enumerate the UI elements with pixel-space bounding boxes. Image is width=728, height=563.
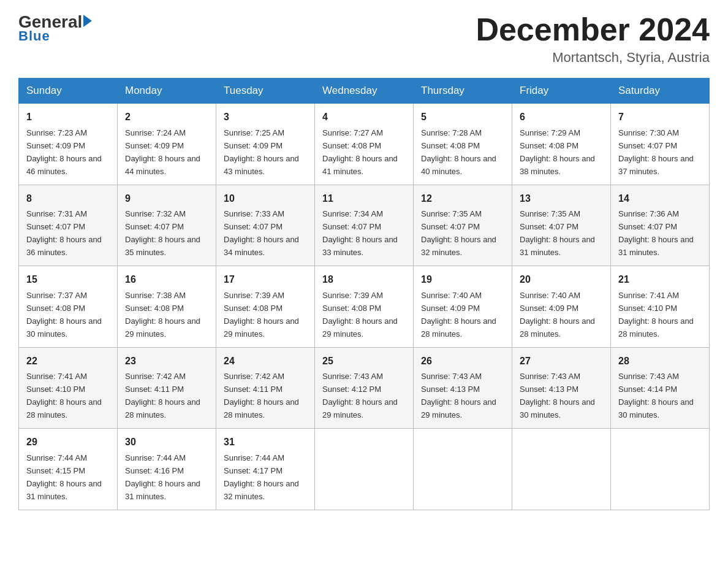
day-cell-21: 21 Sunrise: 7:41 AMSunset: 4:10 PMDaylig…: [611, 266, 710, 347]
day-number: 22: [26, 354, 110, 369]
day-cell-16: 16 Sunrise: 7:38 AMSunset: 4:08 PMDaylig…: [118, 266, 216, 347]
day-info: Sunrise: 7:43 AMSunset: 4:13 PMDaylight:…: [520, 372, 595, 419]
day-info: Sunrise: 7:39 AMSunset: 4:08 PMDaylight:…: [224, 291, 299, 339]
day-cell-9: 9 Sunrise: 7:32 AMSunset: 4:07 PMDayligh…: [118, 185, 216, 266]
day-info: Sunrise: 7:44 AMSunset: 4:17 PMDaylight:…: [224, 453, 299, 501]
day-info: Sunrise: 7:44 AMSunset: 4:16 PMDaylight:…: [125, 453, 200, 501]
day-number: 10: [224, 191, 307, 207]
header-friday: Friday: [512, 79, 611, 104]
title-section: December 2024 Mortantsch, Styria, Austri…: [476, 12, 710, 66]
day-number: 20: [520, 272, 603, 288]
day-number: 4: [322, 110, 406, 125]
day-info: Sunrise: 7:41 AMSunset: 4:10 PMDaylight:…: [618, 291, 694, 339]
empty-cell: [315, 429, 414, 510]
day-number: 2: [125, 110, 208, 125]
calendar-week-3: 15 Sunrise: 7:37 AMSunset: 4:08 PMDaylig…: [19, 266, 710, 347]
logo-arrow-icon: [83, 15, 92, 27]
day-cell-2: 2 Sunrise: 7:24 AMSunset: 4:09 PMDayligh…: [118, 104, 216, 185]
day-number: 12: [421, 191, 504, 207]
day-info: Sunrise: 7:36 AMSunset: 4:07 PMDaylight:…: [618, 209, 694, 257]
day-number: 30: [125, 435, 208, 450]
day-number: 7: [618, 110, 702, 125]
day-cell-11: 11 Sunrise: 7:34 AMSunset: 4:07 PMDaylig…: [315, 185, 414, 266]
day-cell-17: 17 Sunrise: 7:39 AMSunset: 4:08 PMDaylig…: [216, 266, 315, 347]
header-row: Sunday Monday Tuesday Wednesday Thursday…: [19, 79, 710, 104]
day-number: 23: [125, 354, 208, 369]
empty-cell: [414, 429, 512, 510]
day-info: Sunrise: 7:38 AMSunset: 4:08 PMDaylight:…: [125, 291, 200, 339]
day-cell-31: 31 Sunrise: 7:44 AMSunset: 4:17 PMDaylig…: [216, 429, 315, 510]
logo: General Blue: [18, 12, 92, 44]
day-info: Sunrise: 7:40 AMSunset: 4:09 PMDaylight:…: [421, 291, 496, 339]
day-cell-7: 7 Sunrise: 7:30 AMSunset: 4:07 PMDayligh…: [611, 104, 710, 185]
day-cell-8: 8 Sunrise: 7:31 AMSunset: 4:07 PMDayligh…: [19, 185, 118, 266]
header-sunday: Sunday: [19, 79, 118, 104]
header-saturday: Saturday: [611, 79, 710, 104]
day-number: 6: [520, 110, 603, 125]
day-info: Sunrise: 7:42 AMSunset: 4:11 PMDaylight:…: [224, 372, 299, 419]
day-number: 29: [26, 435, 110, 450]
day-number: 16: [125, 272, 208, 288]
day-info: Sunrise: 7:41 AMSunset: 4:10 PMDaylight:…: [26, 372, 102, 419]
day-number: 17: [224, 272, 307, 288]
day-number: 8: [26, 191, 110, 207]
day-info: Sunrise: 7:43 AMSunset: 4:14 PMDaylight:…: [618, 372, 694, 419]
empty-cell: [512, 429, 611, 510]
header-thursday: Thursday: [414, 79, 512, 104]
header-monday: Monday: [118, 79, 216, 104]
day-number: 24: [224, 354, 307, 369]
day-info: Sunrise: 7:43 AMSunset: 4:13 PMDaylight:…: [421, 372, 496, 419]
empty-cell: [611, 429, 710, 510]
day-number: 19: [421, 272, 504, 288]
day-cell-22: 22 Sunrise: 7:41 AMSunset: 4:10 PMDaylig…: [19, 347, 118, 428]
calendar-table: Sunday Monday Tuesday Wednesday Thursday…: [18, 78, 710, 510]
day-info: Sunrise: 7:34 AMSunset: 4:07 PMDaylight:…: [322, 209, 398, 257]
calendar-week-1: 1 Sunrise: 7:23 AMSunset: 4:09 PMDayligh…: [19, 104, 710, 185]
day-cell-5: 5 Sunrise: 7:28 AMSunset: 4:08 PMDayligh…: [414, 104, 512, 185]
day-cell-30: 30 Sunrise: 7:44 AMSunset: 4:16 PMDaylig…: [118, 429, 216, 510]
day-info: Sunrise: 7:44 AMSunset: 4:15 PMDaylight:…: [26, 453, 102, 501]
day-cell-10: 10 Sunrise: 7:33 AMSunset: 4:07 PMDaylig…: [216, 185, 315, 266]
day-cell-18: 18 Sunrise: 7:39 AMSunset: 4:08 PMDaylig…: [315, 266, 414, 347]
day-number: 28: [618, 354, 702, 369]
day-cell-20: 20 Sunrise: 7:40 AMSunset: 4:09 PMDaylig…: [512, 266, 611, 347]
day-number: 1: [26, 110, 110, 125]
day-info: Sunrise: 7:35 AMSunset: 4:07 PMDaylight:…: [520, 209, 595, 257]
day-cell-29: 29 Sunrise: 7:44 AMSunset: 4:15 PMDaylig…: [19, 429, 118, 510]
day-info: Sunrise: 7:33 AMSunset: 4:07 PMDaylight:…: [224, 209, 299, 257]
day-info: Sunrise: 7:23 AMSunset: 4:09 PMDaylight:…: [26, 128, 102, 176]
day-number: 21: [618, 272, 702, 288]
day-cell-13: 13 Sunrise: 7:35 AMSunset: 4:07 PMDaylig…: [512, 185, 611, 266]
day-info: Sunrise: 7:42 AMSunset: 4:11 PMDaylight:…: [125, 372, 200, 419]
day-number: 25: [322, 354, 406, 369]
day-cell-15: 15 Sunrise: 7:37 AMSunset: 4:08 PMDaylig…: [19, 266, 118, 347]
day-number: 11: [322, 191, 406, 207]
day-info: Sunrise: 7:37 AMSunset: 4:08 PMDaylight:…: [26, 291, 102, 339]
header-tuesday: Tuesday: [216, 79, 315, 104]
day-number: 31: [224, 435, 307, 450]
month-title: December 2024: [476, 12, 710, 47]
day-cell-28: 28 Sunrise: 7:43 AMSunset: 4:14 PMDaylig…: [611, 347, 710, 428]
day-info: Sunrise: 7:29 AMSunset: 4:08 PMDaylight:…: [520, 128, 595, 176]
day-info: Sunrise: 7:40 AMSunset: 4:09 PMDaylight:…: [520, 291, 595, 339]
day-cell-24: 24 Sunrise: 7:42 AMSunset: 4:11 PMDaylig…: [216, 347, 315, 428]
day-info: Sunrise: 7:43 AMSunset: 4:12 PMDaylight:…: [322, 372, 398, 419]
day-number: 5: [421, 110, 504, 125]
day-cell-26: 26 Sunrise: 7:43 AMSunset: 4:13 PMDaylig…: [414, 347, 512, 428]
day-info: Sunrise: 7:25 AMSunset: 4:09 PMDaylight:…: [224, 128, 299, 176]
day-number: 18: [322, 272, 406, 288]
day-info: Sunrise: 7:32 AMSunset: 4:07 PMDaylight:…: [125, 209, 200, 257]
day-number: 3: [224, 110, 307, 125]
day-info: Sunrise: 7:24 AMSunset: 4:09 PMDaylight:…: [125, 128, 200, 176]
day-cell-25: 25 Sunrise: 7:43 AMSunset: 4:12 PMDaylig…: [315, 347, 414, 428]
day-number: 26: [421, 354, 504, 369]
day-info: Sunrise: 7:27 AMSunset: 4:08 PMDaylight:…: [322, 128, 398, 176]
day-info: Sunrise: 7:31 AMSunset: 4:07 PMDaylight:…: [26, 209, 102, 257]
day-cell-27: 27 Sunrise: 7:43 AMSunset: 4:13 PMDaylig…: [512, 347, 611, 428]
calendar-week-2: 8 Sunrise: 7:31 AMSunset: 4:07 PMDayligh…: [19, 185, 710, 266]
page-header: General Blue December 2024 Mortantsch, S…: [18, 12, 710, 66]
logo-blue: Blue: [18, 28, 50, 44]
day-cell-19: 19 Sunrise: 7:40 AMSunset: 4:09 PMDaylig…: [414, 266, 512, 347]
location-subtitle: Mortantsch, Styria, Austria: [476, 50, 710, 66]
header-wednesday: Wednesday: [315, 79, 414, 104]
